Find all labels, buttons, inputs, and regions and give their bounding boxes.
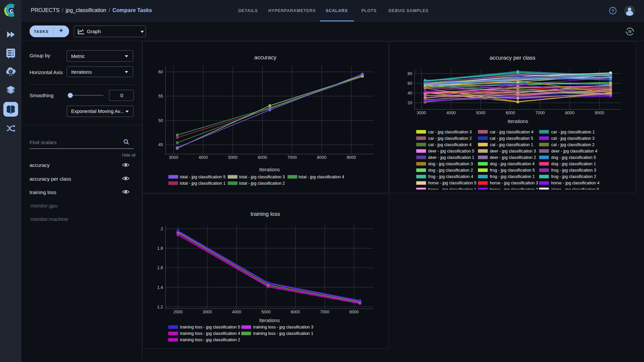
svg-text:cat - jpg classification 1: cat - jpg classification 1 bbox=[490, 142, 533, 147]
svg-text:7000: 7000 bbox=[287, 155, 297, 160]
svg-text:5000: 5000 bbox=[476, 111, 485, 115]
svg-text:Iterations: Iterations bbox=[259, 167, 280, 172]
svg-text:3000: 3000 bbox=[169, 155, 178, 160]
svg-text:dog - jpg classification 5: dog - jpg classification 5 bbox=[551, 155, 596, 160]
svg-text:60: 60 bbox=[408, 81, 412, 86]
svg-text:cat - jpg classification 3: cat - jpg classification 3 bbox=[551, 136, 594, 141]
svg-text:deer - jpg classification 4: deer - jpg classification 4 bbox=[551, 149, 597, 154]
svg-text:frog - jpg classification 5: frog - jpg classification 5 bbox=[490, 168, 535, 173]
svg-text:accuracy: accuracy bbox=[254, 54, 277, 60]
svg-text:6000: 6000 bbox=[506, 111, 515, 115]
svg-text:frog - jpg classification 2: frog - jpg classification 2 bbox=[551, 174, 596, 179]
svg-text:9000: 9000 bbox=[595, 111, 604, 115]
svg-text:deer - jpg classification 3: deer - jpg classification 3 bbox=[490, 149, 536, 154]
svg-text:total - jpg classification 2: total - jpg classification 2 bbox=[239, 181, 285, 186]
svg-text:training loss - jpg classifica: training loss - jpg classification 3 bbox=[253, 325, 313, 329]
svg-text:car - jpg classification 3: car - jpg classification 3 bbox=[428, 130, 472, 134]
svg-text:50: 50 bbox=[158, 118, 163, 123]
svg-text:plane - jpg classification 5: plane - jpg classification 5 bbox=[551, 187, 599, 192]
svg-text:4000: 4000 bbox=[232, 310, 241, 314]
svg-text:9000: 9000 bbox=[346, 155, 356, 160]
svg-text:training loss - jpg classifica: training loss - jpg classification 5 bbox=[180, 325, 240, 329]
svg-text:horse - jpg classification 1: horse - jpg classification 1 bbox=[428, 187, 477, 192]
svg-text:Iterations: Iterations bbox=[259, 317, 280, 323]
svg-text:frog - jpg classification 1: frog - jpg classification 1 bbox=[490, 174, 535, 179]
svg-text:1.8: 1.8 bbox=[157, 246, 163, 251]
svg-text:8000: 8000 bbox=[565, 111, 575, 115]
svg-text:car - jpg classification 4: car - jpg classification 4 bbox=[490, 130, 533, 134]
svg-text:cat - jpg classification 4: cat - jpg classification 4 bbox=[428, 142, 472, 147]
svg-text:deer - jpg classification 2: deer - jpg classification 2 bbox=[490, 155, 536, 160]
svg-text:total - jpg classification 5: total - jpg classification 5 bbox=[180, 175, 225, 179]
svg-text:car - jpg classification 2: car - jpg classification 2 bbox=[428, 136, 472, 141]
svg-text:7000: 7000 bbox=[320, 310, 329, 314]
svg-text:deer - jpg classification 5: deer - jpg classification 5 bbox=[428, 149, 475, 154]
svg-text:80: 80 bbox=[408, 71, 412, 76]
svg-text:cat - jpg classification 2: cat - jpg classification 2 bbox=[551, 142, 594, 147]
svg-text:2: 2 bbox=[161, 227, 163, 231]
svg-text:4000: 4000 bbox=[199, 155, 208, 160]
svg-text:6000: 6000 bbox=[258, 155, 267, 160]
svg-text:40: 40 bbox=[408, 91, 412, 96]
svg-text:8000: 8000 bbox=[350, 310, 359, 314]
svg-text:5000: 5000 bbox=[228, 155, 237, 160]
svg-text:Iterations: Iterations bbox=[507, 118, 528, 124]
svg-text:6000: 6000 bbox=[291, 310, 300, 314]
svg-text:2000: 2000 bbox=[173, 310, 183, 314]
svg-text:5000: 5000 bbox=[261, 310, 271, 314]
svg-text:dog - jpg classification 4: dog - jpg classification 4 bbox=[490, 162, 534, 166]
svg-text:1.4: 1.4 bbox=[157, 285, 163, 290]
svg-text:training loss - jpg classifica: training loss - jpg classification 4 bbox=[180, 331, 240, 336]
svg-text:c: c bbox=[10, 7, 13, 14]
svg-text:deer - jpg classification 1: deer - jpg classification 1 bbox=[428, 155, 475, 160]
svg-text:3000: 3000 bbox=[417, 111, 426, 115]
svg-text:60: 60 bbox=[158, 70, 163, 74]
svg-text:3000: 3000 bbox=[203, 310, 212, 314]
svg-text:total - jpg classification 4: total - jpg classification 4 bbox=[299, 175, 344, 179]
svg-text:total - jpg classification 1: total - jpg classification 1 bbox=[180, 181, 225, 186]
svg-text:horse - jpg classification 4: horse - jpg classification 4 bbox=[551, 181, 599, 185]
svg-text:?: ? bbox=[611, 8, 614, 13]
svg-text:horse - jpg classification 3: horse - jpg classification 3 bbox=[490, 181, 538, 185]
svg-text:training loss - jpg classifica: training loss - jpg classification 1 bbox=[253, 331, 313, 336]
svg-text:car - jpg classification 1: car - jpg classification 1 bbox=[551, 130, 595, 134]
svg-text:accuracy per class: accuracy per class bbox=[490, 55, 536, 61]
svg-text:horse - jpg classification 5: horse - jpg classification 5 bbox=[428, 181, 477, 185]
svg-text:training loss: training loss bbox=[251, 211, 280, 217]
svg-text:dog - jpg classification 3: dog - jpg classification 3 bbox=[428, 162, 473, 166]
svg-text:4000: 4000 bbox=[446, 111, 456, 115]
svg-text:20: 20 bbox=[408, 101, 412, 105]
svg-text:dog - jpg classification 2: dog - jpg classification 2 bbox=[428, 168, 473, 173]
svg-text:7000: 7000 bbox=[535, 111, 545, 115]
svg-text:frog - jpg classification 3: frog - jpg classification 3 bbox=[551, 168, 596, 173]
svg-text:55: 55 bbox=[158, 94, 163, 99]
svg-text:frog - jpg classification 4: frog - jpg classification 4 bbox=[428, 174, 473, 179]
svg-text:dog - jpg classification 1: dog - jpg classification 1 bbox=[551, 162, 596, 166]
svg-text:training loss - jpg classifica: training loss - jpg classification 2 bbox=[180, 338, 240, 342]
svg-text:1.2: 1.2 bbox=[157, 305, 163, 309]
svg-text:total - jpg classification 3: total - jpg classification 3 bbox=[239, 175, 285, 179]
svg-text:8000: 8000 bbox=[317, 155, 326, 160]
svg-text:45: 45 bbox=[158, 142, 163, 147]
svg-text:1.6: 1.6 bbox=[157, 265, 163, 270]
svg-text:cat - jpg classification 5: cat - jpg classification 5 bbox=[490, 136, 533, 141]
svg-text:horse - jpg classification 2: horse - jpg classification 2 bbox=[490, 187, 538, 192]
